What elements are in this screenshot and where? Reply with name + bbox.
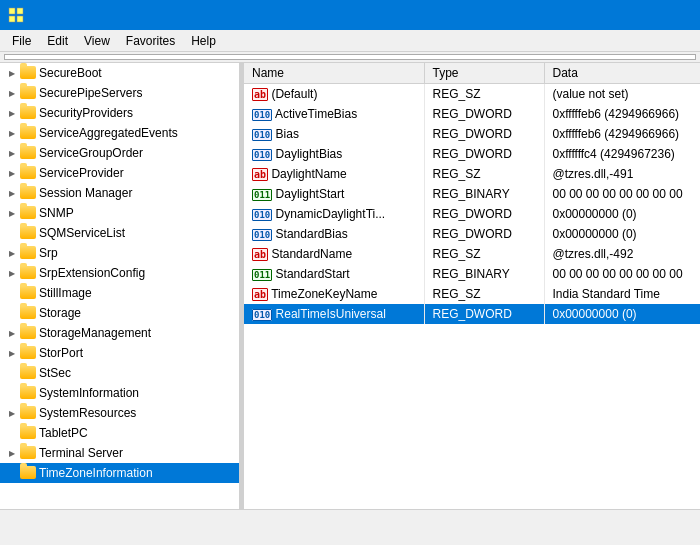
folder-icon (20, 246, 36, 260)
tree-item[interactable]: ▶Session Manager (0, 183, 239, 203)
tree-expand-icon (4, 305, 20, 321)
ab-icon: ab (252, 88, 268, 101)
cell-name: 011 StandardStart (244, 264, 424, 284)
cell-name: ab DaylightName (244, 164, 424, 184)
tree-expand-icon (4, 465, 20, 481)
menu-file[interactable]: File (4, 32, 39, 50)
cell-type: REG_DWORD (424, 104, 544, 124)
cell-type: REG_SZ (424, 284, 544, 304)
folder-icon (20, 186, 36, 200)
cell-type: REG_SZ (424, 84, 544, 104)
tree-item[interactable]: ▶ServiceProvider (0, 163, 239, 183)
tree-scroll[interactable]: ▶SecureBoot▶SecurePipeServers▶SecurityPr… (0, 63, 239, 509)
dword-icon: 010 (252, 309, 272, 321)
maximize-button[interactable] (600, 0, 646, 30)
tree-item[interactable]: ▶ServiceGroupOrder (0, 143, 239, 163)
table-row[interactable]: 011 StandardStartREG_BINARY00 00 00 00 0… (244, 264, 700, 284)
svg-rect-1 (17, 8, 23, 14)
cell-data: @tzres.dll,-491 (544, 164, 700, 184)
table-row[interactable]: 010 DaylightBiasREG_DWORD0xffffffc4 (429… (244, 144, 700, 164)
tree-item[interactable]: StSec (0, 363, 239, 383)
binary-icon: 011 (252, 189, 272, 201)
binary-icon: 011 (252, 269, 272, 281)
cell-data: 0xfffffeb6 (4294966966) (544, 104, 700, 124)
cell-name: 010 DynamicDaylightTi... (244, 204, 424, 224)
col-data[interactable]: Data (544, 63, 700, 84)
tree-expand-icon: ▶ (4, 405, 20, 421)
address-bar[interactable] (4, 54, 696, 60)
tree-item[interactable]: ▶StorageManagement (0, 323, 239, 343)
cell-type: REG_BINARY (424, 264, 544, 284)
tree-item[interactable]: TimeZoneInformation (0, 463, 239, 483)
tree-item-label: Terminal Server (39, 446, 123, 460)
tree-item[interactable]: ▶Terminal Server (0, 443, 239, 463)
cell-data: 0xfffffeb6 (4294966966) (544, 124, 700, 144)
tree-item[interactable]: ▶SNMP (0, 203, 239, 223)
tree-item[interactable]: ▶SecurePipeServers (0, 83, 239, 103)
tree-expand-icon: ▶ (4, 85, 20, 101)
col-type[interactable]: Type (424, 63, 544, 84)
tree-item[interactable]: Storage (0, 303, 239, 323)
table-row[interactable]: 010 RealTimeIsUniversalREG_DWORD0x000000… (244, 304, 700, 324)
tree-expand-icon: ▶ (4, 125, 20, 141)
menu-edit[interactable]: Edit (39, 32, 76, 50)
table-row[interactable]: ab DaylightNameREG_SZ@tzres.dll,-491 (244, 164, 700, 184)
folder-icon (20, 126, 36, 140)
tree-item-label: SrpExtensionConfig (39, 266, 145, 280)
cell-name: 010 StandardBias (244, 224, 424, 244)
table-row[interactable]: ab (Default)REG_SZ(value not set) (244, 84, 700, 104)
table-row[interactable]: 010 ActiveTimeBiasREG_DWORD0xfffffeb6 (4… (244, 104, 700, 124)
ab-icon: ab (252, 248, 268, 261)
cell-name-text: DynamicDaylightTi... (272, 207, 385, 221)
folder-icon (20, 466, 36, 480)
values-table[interactable]: Name Type Data ab (Default)REG_SZ(value … (244, 63, 700, 509)
tree-item[interactable]: ▶StorPort (0, 343, 239, 363)
tree-item[interactable]: SQMServiceList (0, 223, 239, 243)
cell-name-text: DaylightStart (272, 187, 344, 201)
tree-expand-icon: ▶ (4, 345, 20, 361)
values-panel: Name Type Data ab (Default)REG_SZ(value … (244, 63, 700, 509)
menu-favorites[interactable]: Favorites (118, 32, 183, 50)
table-row[interactable]: ab StandardNameREG_SZ@tzres.dll,-492 (244, 244, 700, 264)
dword-icon: 010 (252, 209, 272, 221)
cell-name: 011 DaylightStart (244, 184, 424, 204)
tree-expand-icon: ▶ (4, 65, 20, 81)
cell-data: @tzres.dll,-492 (544, 244, 700, 264)
folder-icon (20, 286, 36, 300)
folder-icon (20, 226, 36, 240)
cell-data: 00 00 00 00 00 00 00 00 (544, 184, 700, 204)
title-bar (0, 0, 700, 30)
folder-icon (20, 86, 36, 100)
tree-expand-icon (4, 225, 20, 241)
minimize-button[interactable] (554, 0, 600, 30)
close-button[interactable] (646, 0, 692, 30)
folder-icon (20, 146, 36, 160)
tree-item[interactable]: ▶SrpExtensionConfig (0, 263, 239, 283)
table-row[interactable]: ab TimeZoneKeyNameREG_SZIndia Standard T… (244, 284, 700, 304)
tree-item[interactable]: TabletPC (0, 423, 239, 443)
cell-name-text: DaylightBias (272, 147, 342, 161)
menu-view[interactable]: View (76, 32, 118, 50)
table-row[interactable]: 011 DaylightStartREG_BINARY00 00 00 00 0… (244, 184, 700, 204)
cell-type: REG_DWORD (424, 124, 544, 144)
dword-icon: 010 (252, 229, 272, 241)
tree-item[interactable]: ▶SecurityProviders (0, 103, 239, 123)
tree-item[interactable]: SystemInformation (0, 383, 239, 403)
tree-expand-icon: ▶ (4, 245, 20, 261)
svg-rect-0 (9, 8, 15, 14)
menu-help[interactable]: Help (183, 32, 224, 50)
dword-icon: 010 (252, 109, 272, 121)
table-row[interactable]: 010 DynamicDaylightTi...REG_DWORD0x00000… (244, 204, 700, 224)
col-name[interactable]: Name (244, 63, 424, 84)
tree-item[interactable]: ▶ServiceAggregatedEvents (0, 123, 239, 143)
tree-expand-icon: ▶ (4, 165, 20, 181)
tree-item[interactable]: StillImage (0, 283, 239, 303)
tree-item[interactable]: ▶Srp (0, 243, 239, 263)
tree-item[interactable]: ▶SecureBoot (0, 63, 239, 83)
tree-item[interactable]: ▶SystemResources (0, 403, 239, 423)
table-row[interactable]: 010 StandardBiasREG_DWORD0x00000000 (0) (244, 224, 700, 244)
folder-icon (20, 346, 36, 360)
cell-data: India Standard Time (544, 284, 700, 304)
table-row[interactable]: 010 BiasREG_DWORD0xfffffeb6 (4294966966) (244, 124, 700, 144)
cell-data: (value not set) (544, 84, 700, 104)
